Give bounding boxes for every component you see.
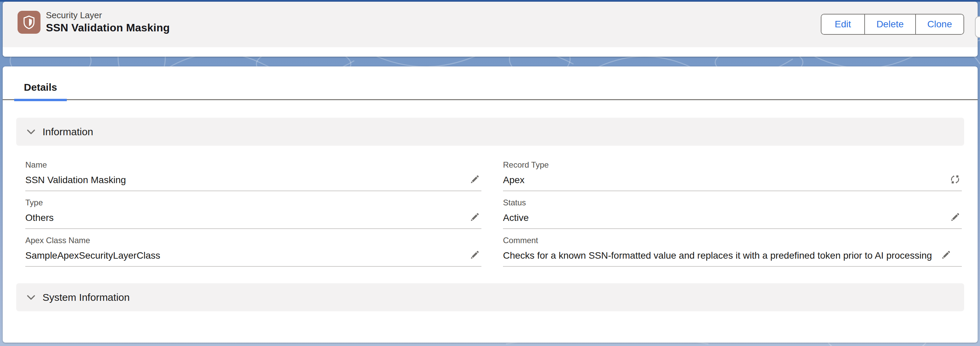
field-comment: Comment Checks for a known SSN-formatted… xyxy=(503,235,962,267)
field-apex-class-name: Apex Class Name SampleApexSecurityLayerC… xyxy=(25,235,481,267)
pencil-icon xyxy=(469,250,480,260)
edit-name-button[interactable] xyxy=(468,173,481,186)
record-detail-card: Details Information Name SSN Validation … xyxy=(3,67,978,343)
field-name: Name SSN Validation Masking xyxy=(25,160,481,191)
field-comment-label: Comment xyxy=(503,235,962,246)
edit-apex-class-name-button[interactable] xyxy=(468,248,481,262)
section-header-information[interactable]: Information xyxy=(16,118,964,146)
pencil-icon xyxy=(469,175,480,184)
field-status-label: Status xyxy=(503,198,962,208)
field-type-label: Type xyxy=(25,198,481,208)
shield-icon xyxy=(22,15,37,30)
field-comment-value: Checks for a known SSN-formatted value a… xyxy=(503,248,937,262)
pencil-icon xyxy=(469,212,480,222)
page-title: SSN Validation Masking xyxy=(46,21,170,35)
section-header-system-information[interactable]: System Information xyxy=(16,283,964,311)
field-apex-class-name-value: SampleApexSecurityLayerClass xyxy=(25,248,465,262)
detail-fields-grid: Name SSN Validation Masking Record Type xyxy=(25,160,962,267)
entity-type-label: Security Layer xyxy=(46,10,170,21)
field-name-label: Name xyxy=(25,160,481,170)
field-record-type-value: Apex xyxy=(503,173,946,186)
change-record-type-icon xyxy=(950,175,960,184)
pencil-icon xyxy=(941,250,951,260)
field-status-value: Active xyxy=(503,210,946,224)
edit-button[interactable]: Edit xyxy=(821,14,864,34)
field-type: Type Others xyxy=(25,198,481,229)
field-name-value: SSN Validation Masking xyxy=(25,173,465,186)
clone-button[interactable]: Clone xyxy=(915,14,964,34)
delete-button[interactable]: Delete xyxy=(864,14,915,34)
edit-type-button[interactable] xyxy=(468,210,481,224)
tab-bar: Details xyxy=(3,67,978,100)
section-title-system-information: System Information xyxy=(43,292,130,303)
edit-status-button[interactable] xyxy=(948,210,962,224)
field-type-value: Others xyxy=(25,210,465,224)
record-header-card: Security Layer SSN Validation Masking Ed… xyxy=(3,2,978,57)
edit-comment-button[interactable] xyxy=(939,248,953,262)
change-record-type-button[interactable] xyxy=(948,173,962,186)
record-action-button-group: Edit Delete Clone xyxy=(821,14,964,35)
chevron-down-icon[interactable] xyxy=(25,291,37,303)
security-layer-entity-icon xyxy=(18,11,40,34)
field-apex-class-name-label: Apex Class Name xyxy=(25,235,481,246)
field-record-type: Record Type Apex xyxy=(503,160,962,191)
header-footer-strip xyxy=(3,47,978,57)
chevron-down-icon[interactable] xyxy=(25,126,37,138)
field-status: Status Active xyxy=(503,198,962,229)
tab-details-label: Details xyxy=(24,82,57,93)
tab-details[interactable]: Details xyxy=(14,76,67,101)
pencil-icon xyxy=(950,212,960,222)
clipped-side-panel-button[interactable] xyxy=(975,16,980,38)
field-record-type-label: Record Type xyxy=(503,160,962,170)
section-title-information: Information xyxy=(43,126,93,138)
